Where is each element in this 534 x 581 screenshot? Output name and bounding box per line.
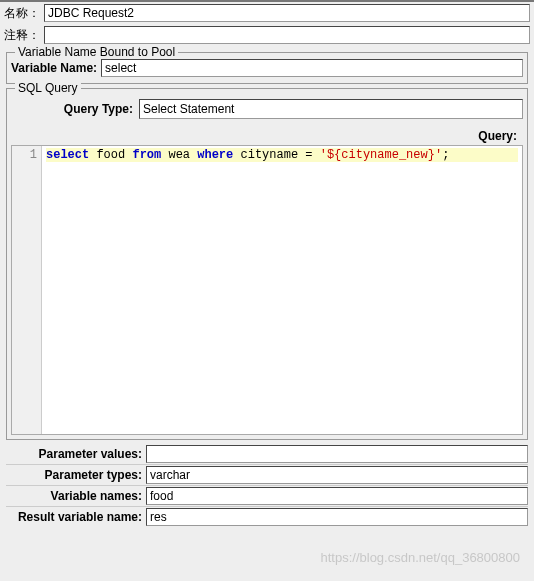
query-type-label: Query Type: [11,102,139,116]
pool-var-input[interactable] [101,59,523,77]
code-txt-2: wea [161,148,197,162]
query-label: Query: [11,125,523,145]
gutter-line-1: 1 [12,148,37,162]
var-names-label: Variable names: [6,486,146,506]
query-type-row: Query Type: [11,95,523,125]
sql-legend: SQL Query [15,81,81,95]
param-values-input[interactable] [146,445,528,463]
var-names-row: Variable names: [6,485,528,506]
code-txt-3: cityname = [233,148,319,162]
pool-var-row: Variable Name: [11,57,523,79]
top-section: 名称： 注释： [0,0,534,46]
result-var-row: Result variable name: [6,506,528,527]
param-values-label: Parameter values: [6,444,146,464]
comment-label: 注释： [4,27,44,44]
sql-fieldset: SQL Query Query Type: Query: 1 select fo… [6,88,528,440]
comment-row: 注释： [0,24,534,46]
code-txt-4: ; [442,148,449,162]
name-input[interactable] [44,4,530,22]
param-types-input[interactable] [146,466,528,484]
comment-input[interactable] [44,26,530,44]
result-var-label: Result variable name: [6,507,146,527]
pool-legend: Variable Name Bound to Pool [15,45,178,59]
var-names-input[interactable] [146,487,528,505]
param-types-label: Parameter types: [6,465,146,485]
pool-fieldset: Variable Name Bound to Pool Variable Nam… [6,52,528,84]
code-gutter: 1 [12,146,42,434]
param-values-row: Parameter values: [6,444,528,464]
code-kw-select: select [46,148,89,162]
result-var-input[interactable] [146,508,528,526]
watermark: https://blog.csdn.net/qq_36800800 [321,550,521,565]
code-kw-where: where [197,148,233,162]
param-types-row: Parameter types: [6,464,528,485]
code-txt-1: food [89,148,132,162]
bottom-params: Parameter values: Parameter types: Varia… [6,444,528,527]
code-area[interactable]: select food from wea where cityname = '$… [42,146,522,434]
pool-var-label: Variable Name: [11,61,101,75]
code-line-1: select food from wea where cityname = '$… [46,148,518,162]
query-type-select[interactable] [139,99,523,119]
code-editor: 1 select food from wea where cityname = … [11,145,523,435]
name-label: 名称： [4,5,44,22]
code-kw-from: from [132,148,161,162]
name-row: 名称： [0,2,534,24]
code-string-literal: '${cityname_new}' [320,148,442,162]
